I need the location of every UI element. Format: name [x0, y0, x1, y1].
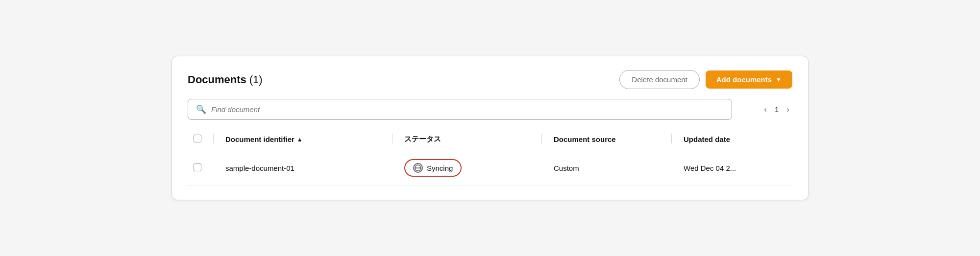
search-input[interactable]: [211, 105, 724, 114]
th-date: Updated date: [678, 129, 792, 150]
search-box: 🔍: [188, 99, 732, 120]
row-source: Custom: [554, 164, 579, 172]
row-checkbox-cell: [188, 150, 207, 186]
th-checkbox: [188, 129, 207, 150]
th-source: Document source: [548, 129, 665, 150]
th-identifier-label: Document identifier: [225, 135, 294, 143]
add-documents-button[interactable]: Add documents ▼: [706, 70, 792, 89]
row-date: Wed Dec 04 2...: [684, 164, 736, 172]
row-date-cell: Wed Dec 04 2...: [678, 150, 792, 186]
svg-point-2: [419, 167, 421, 169]
documents-panel: Documents (1) Delete document Add docume…: [172, 56, 808, 200]
svg-point-3: [416, 167, 417, 169]
pagination-prev-button[interactable]: ‹: [761, 103, 770, 116]
table-row: sample-document-01: [188, 150, 792, 186]
search-icon: 🔍: [196, 104, 206, 115]
status-badge: Syncing: [404, 159, 462, 177]
sort-arrow-icon: ▲: [297, 136, 303, 143]
separator-4: [671, 134, 672, 143]
separator-1: [213, 134, 214, 143]
row-status-cell: Syncing: [398, 150, 536, 186]
pagination-next-button[interactable]: ›: [784, 103, 792, 116]
select-all-checkbox[interactable]: [194, 135, 201, 142]
row-identifier: sample-document-01: [225, 164, 294, 172]
pagination-current: 1: [775, 105, 779, 114]
chevron-down-icon: ▼: [776, 76, 782, 83]
row-identifier-cell: sample-document-01: [220, 150, 386, 186]
th-identifier[interactable]: Document identifier ▲: [220, 129, 386, 150]
separator-2: [392, 134, 392, 143]
search-row: 🔍 ‹ 1 ›: [188, 99, 792, 120]
header-row: Documents (1) Delete document Add docume…: [188, 70, 792, 89]
separator-3: [541, 134, 542, 143]
documents-table: Document identifier ▲ ステータス Document sou…: [188, 129, 792, 186]
th-sep2: [386, 129, 398, 150]
row-sep1: [207, 150, 220, 186]
th-status: ステータス: [398, 129, 536, 150]
svg-point-1: [417, 167, 419, 169]
syncing-icon: [413, 163, 423, 173]
th-source-label: Document source: [554, 135, 616, 143]
row-sep4: [665, 150, 678, 186]
th-sep4: [665, 129, 678, 150]
panel-title: Documents: [188, 73, 246, 86]
add-documents-label: Add documents: [716, 75, 772, 84]
panel-count: (1): [249, 73, 263, 86]
table-header-row: Document identifier ▲ ステータス Document sou…: [188, 129, 792, 150]
th-status-label: ステータス: [404, 135, 441, 143]
row-sep3: [536, 150, 548, 186]
row-source-cell: Custom: [548, 150, 665, 186]
row-checkbox[interactable]: [194, 163, 201, 171]
pagination: ‹ 1 ›: [761, 103, 792, 116]
status-text: Syncing: [427, 164, 453, 172]
row-sep2: [386, 150, 398, 186]
th-date-label: Updated date: [684, 135, 730, 143]
th-sep1: [207, 129, 220, 150]
delete-document-button[interactable]: Delete document: [619, 70, 699, 89]
th-sep3: [536, 129, 548, 150]
syncing-wrapper: Syncing: [404, 159, 462, 177]
header-buttons: Delete document Add documents ▼: [619, 70, 792, 89]
title-area: Documents (1): [188, 73, 263, 86]
